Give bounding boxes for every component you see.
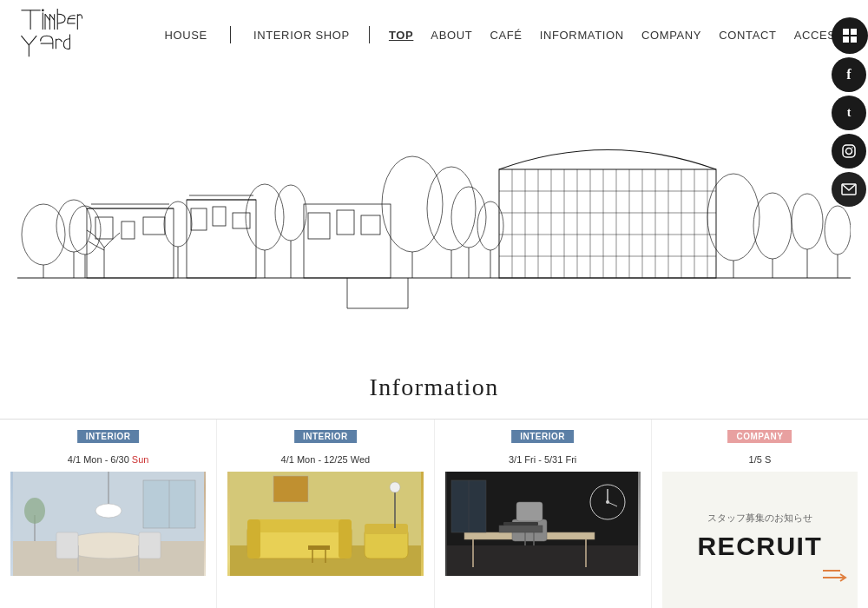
svg-line-13 [45, 14, 49, 20]
card-date-4: 1/5 S [662, 454, 858, 465]
nav-about[interactable]: ABOUT [424, 25, 479, 45]
svg-rect-0 [843, 29, 849, 35]
header: HOUSE INTERIOR SHOP TOP ABOUT CAFÉ INFOR… [0, 0, 868, 69]
svg-rect-42 [213, 207, 226, 226]
card-company-recruit[interactable]: COMPANY 1/5 S スタッフ募集のお知らせ RECRUIT [652, 420, 868, 608]
nav-information[interactable]: INFORMATION [533, 25, 631, 45]
card-interior-1[interactable]: INTERIOR 4/1 Mon - 6/30 Sun [0, 420, 217, 608]
svg-rect-124 [365, 524, 408, 534]
svg-line-21 [21, 36, 29, 45]
svg-point-116 [24, 498, 45, 524]
svg-point-48 [246, 184, 284, 250]
svg-rect-122 [339, 519, 352, 558]
svg-point-5 [846, 149, 852, 155]
badge-interior-1: INTERIOR [77, 430, 140, 443]
recruit-card: スタッフ募集のお知らせ RECRUIT [662, 472, 858, 608]
svg-point-46 [164, 202, 192, 247]
svg-point-38 [69, 206, 101, 254]
nav-company[interactable]: COMPANY [635, 25, 708, 45]
nav-divider-1 [230, 26, 231, 43]
building-illustration: Timber Yard [17, 96, 851, 321]
svg-rect-1 [851, 29, 857, 35]
svg-rect-34 [122, 221, 135, 239]
svg-rect-144 [499, 525, 542, 532]
svg-rect-41 [191, 208, 207, 230]
svg-point-11 [42, 9, 44, 11]
card-date-1: 4/1 Mon - 6/30 Sun [10, 454, 206, 465]
svg-point-30 [56, 200, 91, 252]
svg-rect-33 [95, 217, 113, 239]
svg-rect-109 [56, 532, 78, 558]
svg-rect-55 [361, 215, 380, 235]
social-sidebar: f t [832, 17, 868, 207]
badge-interior-2: INTERIOR [294, 430, 357, 443]
card-interior-2[interactable]: INTERIOR 4/1 Mon - 12/25 Wed [217, 420, 434, 608]
svg-rect-35 [143, 217, 165, 235]
recruit-label: スタッフ募集のお知らせ [707, 512, 812, 525]
card-date-3: 3/1 Fri - 5/31 Fri [445, 454, 641, 465]
svg-rect-53 [308, 213, 330, 239]
svg-point-88 [451, 187, 486, 248]
information-section: Information INTERIOR 4/1 Mon - 6/30 Sun [0, 347, 868, 608]
instagram-button[interactable] [832, 134, 866, 169]
svg-point-98 [825, 206, 851, 254]
svg-rect-67 [499, 169, 716, 278]
svg-rect-137 [516, 502, 542, 521]
app-button[interactable] [832, 17, 868, 54]
mail-button[interactable] [832, 172, 866, 207]
tumblr-button[interactable]: t [832, 96, 866, 130]
svg-line-22 [29, 36, 36, 45]
svg-rect-32 [87, 208, 174, 278]
svg-point-58 [382, 156, 443, 252]
svg-rect-132 [447, 545, 638, 576]
recruit-arrow [823, 570, 840, 572]
main-content: Timber Yard [0, 0, 868, 608]
svg-point-96 [792, 194, 823, 249]
nav-divider-2 [369, 26, 370, 43]
svg-point-6 [852, 147, 853, 149]
section-title: Information [0, 373, 868, 401]
nav-contact[interactable]: CONTACT [712, 25, 783, 45]
facebook-button[interactable]: f [832, 57, 866, 92]
logo[interactable] [17, 5, 87, 65]
svg-rect-43 [233, 213, 250, 228]
badge-company: COMPANY [727, 430, 792, 443]
svg-rect-4 [843, 145, 855, 157]
svg-rect-54 [337, 210, 354, 235]
svg-point-92 [707, 174, 760, 261]
nav-top[interactable]: TOP [382, 25, 420, 45]
cards-row: INTERIOR 4/1 Mon - 6/30 Sun [0, 419, 868, 608]
recruit-title: RECRUIT [697, 532, 822, 561]
svg-rect-121 [247, 519, 260, 558]
nav-interior-shop[interactable]: INTERIOR SHOP [247, 25, 357, 45]
nav-house[interactable]: HOUSE [157, 25, 214, 45]
card-image-1 [10, 472, 206, 576]
svg-rect-110 [139, 532, 161, 558]
svg-rect-2 [843, 36, 849, 43]
svg-point-50 [275, 185, 306, 241]
svg-rect-128 [308, 545, 330, 550]
svg-rect-145 [503, 522, 538, 525]
svg-point-112 [95, 504, 122, 518]
svg-rect-3 [851, 36, 857, 43]
nav-cafe[interactable]: CAFÉ [483, 25, 529, 45]
svg-point-60 [427, 167, 476, 250]
card-image-2 [227, 472, 423, 576]
card-date-2: 4/1 Mon - 12/25 Wed [227, 454, 423, 465]
main-nav: HOUSE INTERIOR SHOP TOP ABOUT CAFÉ INFOR… [157, 25, 851, 45]
badge-interior-3: INTERIOR [511, 430, 574, 443]
card-image-3 [445, 472, 641, 576]
svg-rect-120 [247, 519, 352, 532]
svg-line-15 [49, 14, 54, 20]
svg-rect-127 [273, 476, 308, 502]
svg-point-126 [390, 482, 400, 492]
card-interior-3[interactable]: INTERIOR 3/1 Fri - 5/31 Fri [435, 420, 652, 608]
hero-section: Timber Yard [0, 69, 868, 347]
